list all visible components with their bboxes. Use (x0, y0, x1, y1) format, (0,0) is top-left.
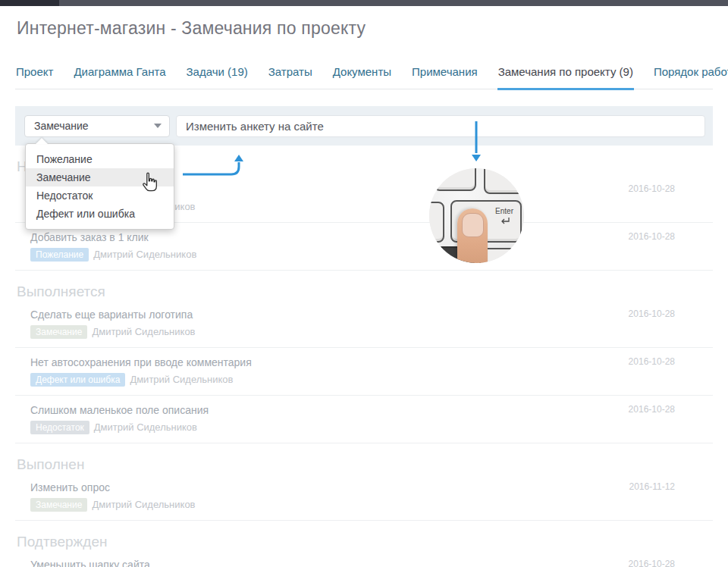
tab-label: Замечания по проекту (9) (498, 65, 633, 78)
tab-documents[interactable]: Документы (332, 65, 392, 90)
remark-row[interactable]: Уменьшить шапку сайта Замечание Дмитрий … (15, 550, 713, 567)
option-defekt[interactable]: Дефект или ошибка (26, 205, 174, 223)
remark-date: 2016-10-28 (629, 309, 675, 319)
remark-row[interactable]: Нет автосохранения при вводе комментария… (15, 348, 713, 396)
remark-type-badge: Пожелание (30, 248, 89, 262)
window-top-bar-accent (0, 0, 59, 6)
remark-date: 2016-10-28 (629, 231, 675, 242)
window-top-bar (0, 0, 728, 6)
remark-date: 2016-10-28 (629, 404, 675, 415)
remark-date: 2016-10-28 (629, 183, 675, 194)
tab-project[interactable]: Проект (15, 65, 54, 90)
remark-row[interactable]: Добавить заказ в 1 клик Пожелание Дмитри… (15, 223, 713, 271)
remark-type-badge: Дефект или ошибка (30, 373, 125, 387)
remark-author: Дмитрий Сидельников (92, 326, 195, 337)
remark-title: Сделать еще варианты логотипа (30, 307, 713, 322)
tab-work-order[interactable]: Порядок работ (653, 65, 728, 90)
remark-author: Дмитрий Сидельников (130, 374, 233, 385)
chevron-down-icon (154, 124, 162, 128)
tab-project-remarks[interactable]: Замечания по проекту (9) (497, 65, 634, 90)
finger (457, 208, 488, 263)
hand-cursor-icon (140, 171, 159, 194)
remark-input[interactable] (176, 115, 705, 137)
type-select[interactable]: Замечание (24, 115, 170, 137)
tab-label: Задачи (19) (187, 65, 248, 78)
remark-type-badge: Замечание (30, 498, 87, 512)
page-title: Интернет-магазин - Замечания по проекту (17, 18, 366, 39)
remark-author: Дмитрий Сидельников (94, 421, 197, 433)
tab-label: Диаграмма Ганта (74, 65, 165, 78)
status-section: Выполняется Сделать еще варианты логотип… (15, 284, 713, 443)
remark-author: Дмитрий Сидельников (92, 499, 195, 510)
remark-author: Дмитрий Сидельников (93, 249, 196, 260)
tab-label: Документы (333, 65, 391, 78)
remark-row[interactable]: Сделать еще варианты логотипа Замечание … (15, 300, 713, 348)
option-pozhelanie[interactable]: Пожелание (26, 150, 174, 168)
section-heading: Выполняется (17, 284, 713, 300)
tab-tasks[interactable]: Задачи (19) (186, 65, 249, 90)
enter-key-image: Enter (429, 168, 524, 263)
remark-date: 2016-11-12 (629, 481, 676, 492)
remark-date: 2016-10-28 (629, 356, 675, 367)
type-dropdown-menu: ПожеланиеЗамечаниеНедостатокДефект или о… (25, 143, 174, 230)
composer-toolbar: Замечание (15, 106, 713, 146)
section-heading: Выполнен (17, 456, 713, 473)
remark-date: 2016-10-28 (629, 559, 675, 567)
remark-type-badge: Недостаток (30, 421, 89, 434)
type-select-value: Замечание (34, 120, 154, 132)
tab-label: Порядок работ (654, 65, 728, 78)
tab-label: Затраты (268, 65, 312, 78)
remark-row[interactable]: Изменить опрос Замечание Дмитрий Сидельн… (15, 473, 713, 521)
fingernail (462, 213, 484, 237)
remark-title: Уменьшить шапку сайта (30, 557, 713, 567)
return-arrow-icon (499, 217, 511, 226)
tab-gantt[interactable]: Диаграмма Ганта (73, 65, 166, 90)
project-remarks-page: Интернет-магазин - Замечания по проекту … (0, 0, 728, 567)
tab-bar: ПроектДиаграмма ГантаЗадачи (19)ЗатратыД… (15, 65, 713, 89)
menu-notch (36, 138, 48, 144)
tab-notes[interactable]: Примечания (411, 65, 479, 90)
tab-label: Примечания (412, 65, 478, 78)
remark-type-badge: Замечание (30, 325, 87, 339)
enter-key-label: Enter (495, 207, 513, 215)
tab-label: Проект (16, 65, 53, 78)
status-section: Выполнен Изменить опрос Замечание Дмитри… (15, 456, 713, 521)
status-section: Подтвержден Уменьшить шапку сайта Замеча… (15, 534, 713, 567)
remark-title: Нет автосохранения при вводе комментария (30, 355, 713, 370)
remark-title: Добавить заказ в 1 клик (30, 230, 713, 245)
section-heading: Подтвержден (17, 534, 713, 550)
tab-costs[interactable]: Затраты (268, 65, 313, 90)
remark-title: Изменить опрос (30, 480, 713, 495)
remark-title: Слишком маленькое поле описания (30, 403, 713, 418)
remark-row[interactable]: Слишком маленькое поле описания Недостат… (15, 396, 713, 443)
